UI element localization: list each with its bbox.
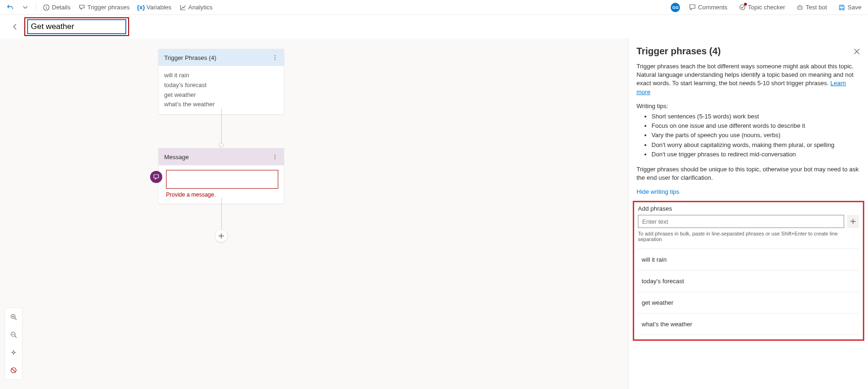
info-icon <box>43 4 50 11</box>
svg-rect-3 <box>798 6 802 9</box>
undo-button[interactable] <box>4 2 17 13</box>
toolbar-right: GG Comments Topic checker Test bot Save <box>671 2 864 13</box>
analytics-icon <box>179 4 187 11</box>
top-toolbar: Details Trigger phrases {x} Variables An… <box>0 0 868 15</box>
variables-icon: {x} <box>137 4 145 11</box>
chevron-down-icon <box>22 4 29 11</box>
divider <box>36 3 36 12</box>
title-highlight <box>24 17 129 36</box>
trigger-phrases-label: Trigger phrases <box>87 4 130 11</box>
back-button[interactable] <box>11 23 19 30</box>
topic-checker-button[interactable]: Topic checker <box>736 2 788 13</box>
undo-dropdown-button[interactable] <box>19 2 32 13</box>
svg-point-5 <box>801 7 802 8</box>
title-input-wrapper <box>27 19 126 34</box>
save-icon <box>838 4 846 11</box>
trigger-phrases-button[interactable]: Trigger phrases <box>75 2 133 13</box>
test-bot-button[interactable]: Test bot <box>794 2 830 13</box>
variables-label: Variables <box>146 4 171 11</box>
topic-checker-label: Topic checker <box>748 4 785 11</box>
topic-checker-icon <box>738 4 746 11</box>
bot-icon <box>796 4 804 11</box>
save-label: Save <box>847 4 861 11</box>
save-button[interactable]: Save <box>835 2 864 13</box>
comment-icon <box>688 4 696 11</box>
analytics-button[interactable]: Analytics <box>176 2 216 13</box>
svg-point-2 <box>740 5 745 10</box>
svg-point-1 <box>46 6 47 7</box>
analytics-label: Analytics <box>188 4 213 11</box>
details-label: Details <box>52 4 71 11</box>
topic-title-input[interactable] <box>31 22 123 31</box>
title-row <box>0 15 868 38</box>
variables-button[interactable]: {x} Variables <box>134 2 174 13</box>
test-bot-label: Test bot <box>806 4 827 11</box>
comments-label: Comments <box>698 4 727 11</box>
avatar[interactable]: GG <box>671 3 680 12</box>
details-button[interactable]: Details <box>40 2 73 13</box>
comments-button[interactable]: Comments <box>686 2 730 13</box>
svg-point-4 <box>799 7 800 8</box>
undo-icon <box>7 4 14 11</box>
toolbar-left: Details Trigger phrases {x} Variables An… <box>4 2 216 13</box>
trigger-icon <box>78 4 86 11</box>
